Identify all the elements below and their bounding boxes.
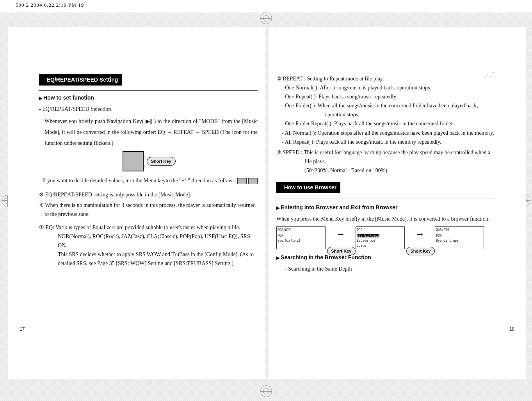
repeat-one-folder-repeat: - One Folder Repeat( ): Plays back all t…	[276, 119, 495, 128]
page-left: EQ/REPEAT/SPEED Setting How to set funct…	[8, 27, 265, 379]
menu-icon-2	[248, 178, 258, 184]
label-selection: - EQ/REPEAT/SPEED Selection	[39, 105, 258, 114]
repeat-all-normal: - All Normal( ): Operation stops after a…	[276, 128, 495, 137]
subheader-how-to-set: How to set function	[39, 93, 258, 102]
repeat-one-repeat: - One Repeat( ): Plays back a song/music…	[276, 92, 495, 101]
registration-mark-top	[260, 12, 272, 24]
repeat-all-repeat: - All Repeat( ): Plays back all the song…	[276, 137, 495, 146]
arrow-icon-1: → Short Key	[327, 226, 354, 246]
item-speed-range: (50~200%, Normal : Based on 100%)	[276, 166, 495, 175]
document-meta-strip: 500 2 2004.6.22 2:19 PM 19	[0, 0, 532, 12]
shortkey-badge: Short Key	[147, 157, 176, 166]
paragraph-browser: When you press the Menu Key briefly in t…	[276, 214, 495, 223]
paragraph-navigation: Whenever you briefly push Navigation Key…	[39, 116, 258, 149]
device-icon	[123, 151, 144, 171]
meta-text: 500 2 2004.6.22 2:19 PM 19	[16, 2, 84, 8]
item-repeat: ② REPEAT : Setting to Repeat mode at fil…	[276, 74, 495, 83]
paragraph-menu-key: - If you want to decide detailed values,…	[39, 175, 258, 186]
item-speed: ③ SPEED : This is useful for language le…	[276, 148, 495, 166]
section-eq-repeat-speed: EQ/REPEAT/SPEED Setting	[39, 74, 122, 86]
subheader-searching: Searching in the Browser Function	[276, 253, 495, 262]
paragraph-same-depth: - Searching in the Same Depth	[276, 264, 495, 273]
item-eq-srs: This SRS decides whether to apply SRS WO…	[39, 250, 258, 268]
note-music-mode: ※ EQ/REPEAT/SPEED setting is only possib…	[39, 190, 258, 199]
lcd-screenshot-1: 008/079 POP Bye Girl.mp3	[276, 226, 326, 249]
divider	[39, 90, 258, 91]
note-3-seconds: ※ When there is no manipulation for 3 se…	[39, 201, 258, 219]
page-number-left: 17	[20, 326, 25, 332]
item-eq: ① EQ: Various types of Equalizers are pr…	[39, 223, 258, 232]
section-browser: How to use Browser	[276, 182, 340, 193]
menu-icon	[237, 178, 247, 184]
lcd-screenshot-2: POP Bye Girl.mp3 BeGine.mp3 voice	[356, 226, 405, 249]
repeat-one-normal: - One Normal( ): After a song/music is p…	[276, 83, 495, 92]
page-number-right: 18	[509, 326, 514, 332]
arrow-icon-2: → Short Key	[406, 226, 434, 246]
subheader-enter-exit-browser: Entering into Browser and Exit from Brow…	[276, 203, 495, 212]
registration-mark-bottom	[260, 385, 272, 397]
lcd-screenshot-3: 008/079 POP Bye Girl.mp3	[435, 226, 484, 249]
repeat-one-folder: - One Folder( ): When all the songs/musi…	[276, 101, 495, 119]
item-eq-modes: NOR(Normal), ROC(Rock), JAZ(Jazz), CLA(C…	[39, 232, 258, 250]
shortkey-badge-3: Short Key	[406, 247, 435, 255]
divider-2	[276, 198, 495, 198]
page-right: ♪♫ ② REPEAT : Setting to Repeat mode at …	[269, 27, 526, 379]
